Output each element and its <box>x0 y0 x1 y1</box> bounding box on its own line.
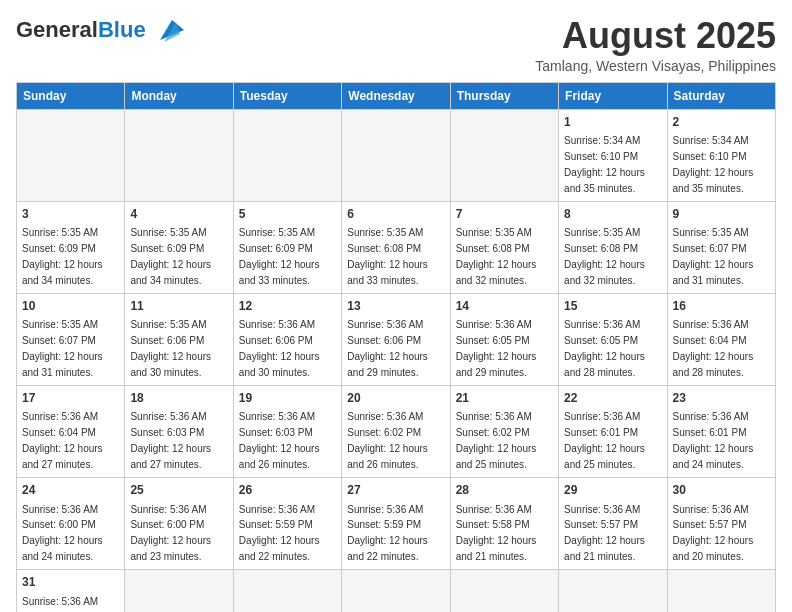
logo-icon <box>150 16 188 44</box>
calendar-cell: 14Sunrise: 5:36 AM Sunset: 6:05 PM Dayli… <box>450 293 558 385</box>
day-info: Sunrise: 5:36 AM Sunset: 6:00 PM Dayligh… <box>22 504 103 563</box>
day-number: 28 <box>456 482 553 499</box>
day-info: Sunrise: 5:34 AM Sunset: 6:10 PM Dayligh… <box>673 135 754 194</box>
calendar-body: 1Sunrise: 5:34 AM Sunset: 6:10 PM Daylig… <box>17 109 776 612</box>
calendar-cell: 7Sunrise: 5:35 AM Sunset: 6:08 PM Daylig… <box>450 201 558 293</box>
logo: GeneralBlue <box>16 16 188 44</box>
day-header-wednesday: Wednesday <box>342 82 450 109</box>
day-number: 22 <box>564 390 661 407</box>
day-number: 11 <box>130 298 227 315</box>
day-info: Sunrise: 5:36 AM Sunset: 6:05 PM Dayligh… <box>456 319 537 378</box>
calendar-cell: 15Sunrise: 5:36 AM Sunset: 6:05 PM Dayli… <box>559 293 667 385</box>
calendar-cell <box>559 570 667 612</box>
week-row-2: 3Sunrise: 5:35 AM Sunset: 6:09 PM Daylig… <box>17 201 776 293</box>
day-number: 17 <box>22 390 119 407</box>
calendar-cell: 8Sunrise: 5:35 AM Sunset: 6:08 PM Daylig… <box>559 201 667 293</box>
calendar-cell: 21Sunrise: 5:36 AM Sunset: 6:02 PM Dayli… <box>450 386 558 478</box>
day-info: Sunrise: 5:36 AM Sunset: 6:04 PM Dayligh… <box>673 319 754 378</box>
day-number: 4 <box>130 206 227 223</box>
week-row-6: 31Sunrise: 5:36 AM Sunset: 5:56 PM Dayli… <box>17 570 776 612</box>
day-header-thursday: Thursday <box>450 82 558 109</box>
day-number: 25 <box>130 482 227 499</box>
day-info: Sunrise: 5:35 AM Sunset: 6:07 PM Dayligh… <box>673 227 754 286</box>
calendar-cell: 10Sunrise: 5:35 AM Sunset: 6:07 PM Dayli… <box>17 293 125 385</box>
calendar-cell: 29Sunrise: 5:36 AM Sunset: 5:57 PM Dayli… <box>559 478 667 570</box>
day-number: 29 <box>564 482 661 499</box>
calendar-cell: 13Sunrise: 5:36 AM Sunset: 6:06 PM Dayli… <box>342 293 450 385</box>
day-number: 20 <box>347 390 444 407</box>
week-row-3: 10Sunrise: 5:35 AM Sunset: 6:07 PM Dayli… <box>17 293 776 385</box>
week-row-1: 1Sunrise: 5:34 AM Sunset: 6:10 PM Daylig… <box>17 109 776 201</box>
day-number: 30 <box>673 482 770 499</box>
day-header-saturday: Saturday <box>667 82 775 109</box>
calendar-cell <box>125 570 233 612</box>
calendar-cell: 23Sunrise: 5:36 AM Sunset: 6:01 PM Dayli… <box>667 386 775 478</box>
day-number: 8 <box>564 206 661 223</box>
day-info: Sunrise: 5:36 AM Sunset: 5:57 PM Dayligh… <box>564 504 645 563</box>
day-number: 10 <box>22 298 119 315</box>
logo-text: GeneralBlue <box>16 19 146 41</box>
calendar-cell: 26Sunrise: 5:36 AM Sunset: 5:59 PM Dayli… <box>233 478 341 570</box>
calendar-cell <box>342 570 450 612</box>
day-info: Sunrise: 5:35 AM Sunset: 6:09 PM Dayligh… <box>239 227 320 286</box>
day-number: 6 <box>347 206 444 223</box>
day-number: 1 <box>564 114 661 131</box>
calendar-cell: 28Sunrise: 5:36 AM Sunset: 5:58 PM Dayli… <box>450 478 558 570</box>
calendar-cell: 16Sunrise: 5:36 AM Sunset: 6:04 PM Dayli… <box>667 293 775 385</box>
calendar-cell: 27Sunrise: 5:36 AM Sunset: 5:59 PM Dayli… <box>342 478 450 570</box>
day-header-sunday: Sunday <box>17 82 125 109</box>
day-info: Sunrise: 5:36 AM Sunset: 5:57 PM Dayligh… <box>673 504 754 563</box>
calendar-cell: 18Sunrise: 5:36 AM Sunset: 6:03 PM Dayli… <box>125 386 233 478</box>
day-info: Sunrise: 5:36 AM Sunset: 5:56 PM Dayligh… <box>22 596 103 612</box>
calendar-cell <box>450 109 558 201</box>
calendar-cell: 19Sunrise: 5:36 AM Sunset: 6:03 PM Dayli… <box>233 386 341 478</box>
day-number: 31 <box>22 574 119 591</box>
calendar-cell: 11Sunrise: 5:35 AM Sunset: 6:06 PM Dayli… <box>125 293 233 385</box>
day-number: 26 <box>239 482 336 499</box>
day-info: Sunrise: 5:36 AM Sunset: 6:02 PM Dayligh… <box>347 411 428 470</box>
day-info: Sunrise: 5:35 AM Sunset: 6:07 PM Dayligh… <box>22 319 103 378</box>
day-info: Sunrise: 5:35 AM Sunset: 6:06 PM Dayligh… <box>130 319 211 378</box>
day-info: Sunrise: 5:36 AM Sunset: 5:59 PM Dayligh… <box>239 504 320 563</box>
title-area: August 2025 Tamlang, Western Visayas, Ph… <box>535 16 776 74</box>
day-number: 14 <box>456 298 553 315</box>
day-number: 13 <box>347 298 444 315</box>
day-info: Sunrise: 5:36 AM Sunset: 6:05 PM Dayligh… <box>564 319 645 378</box>
day-info: Sunrise: 5:36 AM Sunset: 6:01 PM Dayligh… <box>673 411 754 470</box>
day-number: 5 <box>239 206 336 223</box>
calendar-cell <box>233 570 341 612</box>
calendar-cell <box>667 570 775 612</box>
day-info: Sunrise: 5:36 AM Sunset: 6:04 PM Dayligh… <box>22 411 103 470</box>
day-info: Sunrise: 5:36 AM Sunset: 6:03 PM Dayligh… <box>239 411 320 470</box>
day-number: 21 <box>456 390 553 407</box>
day-header-monday: Monday <box>125 82 233 109</box>
day-number: 9 <box>673 206 770 223</box>
day-info: Sunrise: 5:36 AM Sunset: 6:06 PM Dayligh… <box>239 319 320 378</box>
day-info: Sunrise: 5:36 AM Sunset: 6:00 PM Dayligh… <box>130 504 211 563</box>
calendar-cell: 30Sunrise: 5:36 AM Sunset: 5:57 PM Dayli… <box>667 478 775 570</box>
day-info: Sunrise: 5:36 AM Sunset: 6:02 PM Dayligh… <box>456 411 537 470</box>
day-number: 7 <box>456 206 553 223</box>
calendar-cell <box>342 109 450 201</box>
day-number: 27 <box>347 482 444 499</box>
calendar-cell: 6Sunrise: 5:35 AM Sunset: 6:08 PM Daylig… <box>342 201 450 293</box>
day-number: 12 <box>239 298 336 315</box>
calendar-cell: 17Sunrise: 5:36 AM Sunset: 6:04 PM Dayli… <box>17 386 125 478</box>
week-row-4: 17Sunrise: 5:36 AM Sunset: 6:04 PM Dayli… <box>17 386 776 478</box>
day-info: Sunrise: 5:34 AM Sunset: 6:10 PM Dayligh… <box>564 135 645 194</box>
day-info: Sunrise: 5:36 AM Sunset: 6:01 PM Dayligh… <box>564 411 645 470</box>
calendar-table: SundayMondayTuesdayWednesdayThursdayFrid… <box>16 82 776 612</box>
page-header: GeneralBlue August 2025 Tamlang, Western… <box>16 16 776 74</box>
day-info: Sunrise: 5:36 AM Sunset: 6:06 PM Dayligh… <box>347 319 428 378</box>
day-number: 24 <box>22 482 119 499</box>
calendar-cell: 22Sunrise: 5:36 AM Sunset: 6:01 PM Dayli… <box>559 386 667 478</box>
day-header-friday: Friday <box>559 82 667 109</box>
calendar-cell: 3Sunrise: 5:35 AM Sunset: 6:09 PM Daylig… <box>17 201 125 293</box>
day-info: Sunrise: 5:36 AM Sunset: 5:58 PM Dayligh… <box>456 504 537 563</box>
days-header-row: SundayMondayTuesdayWednesdayThursdayFrid… <box>17 82 776 109</box>
day-number: 15 <box>564 298 661 315</box>
calendar-cell: 24Sunrise: 5:36 AM Sunset: 6:00 PM Dayli… <box>17 478 125 570</box>
calendar-cell: 2Sunrise: 5:34 AM Sunset: 6:10 PM Daylig… <box>667 109 775 201</box>
calendar-cell <box>450 570 558 612</box>
day-info: Sunrise: 5:35 AM Sunset: 6:08 PM Dayligh… <box>456 227 537 286</box>
